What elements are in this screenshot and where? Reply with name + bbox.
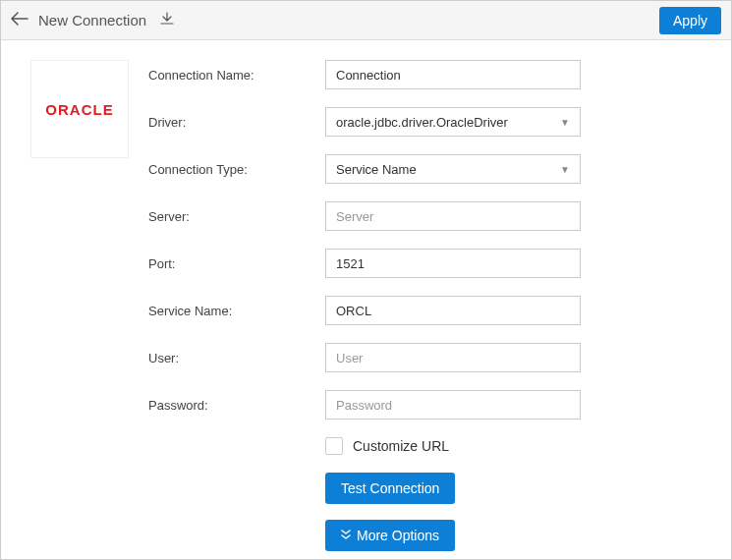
label-driver: Driver: bbox=[148, 115, 325, 130]
checkbox-customize-url[interactable] bbox=[325, 437, 343, 455]
label-password: Password: bbox=[148, 398, 325, 413]
apply-button[interactable]: Apply bbox=[659, 7, 721, 34]
more-options-button[interactable]: More Options bbox=[325, 520, 455, 551]
row-server: Server: bbox=[148, 201, 702, 231]
connection-logo: ORACLE bbox=[30, 60, 129, 158]
chevron-down-icon: ▼ bbox=[560, 117, 570, 128]
header-left: New Connection bbox=[11, 10, 178, 30]
label-server: Server: bbox=[148, 209, 325, 224]
page-title: New Connection bbox=[38, 12, 146, 28]
row-password: Password: bbox=[148, 390, 702, 420]
import-icon[interactable] bbox=[156, 10, 178, 30]
input-connection-name[interactable] bbox=[325, 60, 581, 89]
row-port: Port: bbox=[148, 249, 702, 278]
input-password[interactable] bbox=[325, 390, 581, 420]
page-header: New Connection Apply bbox=[1, 1, 731, 40]
label-connection-name: Connection Name: bbox=[148, 68, 325, 83]
row-connection-type: Connection Type: Service Name ▼ bbox=[148, 154, 702, 184]
test-connection-button[interactable]: Test Connection bbox=[325, 473, 455, 504]
input-server[interactable] bbox=[325, 201, 581, 231]
select-connection-type[interactable]: Service Name ▼ bbox=[325, 154, 581, 184]
row-driver: Driver: oracle.jdbc.driver.OracleDriver … bbox=[148, 107, 702, 137]
oracle-logo-text: ORACLE bbox=[45, 101, 113, 118]
label-port: Port: bbox=[148, 256, 325, 271]
row-connection-name: Connection Name: bbox=[148, 60, 702, 89]
row-more-options: More Options bbox=[325, 520, 702, 551]
select-driver-value: oracle.jdbc.driver.OracleDriver bbox=[336, 115, 508, 130]
connection-form: Connection Name: Driver: oracle.jdbc.dri… bbox=[148, 60, 702, 560]
label-connection-type: Connection Type: bbox=[148, 162, 325, 177]
row-test-connection: Test Connection bbox=[325, 473, 702, 504]
select-connection-type-value: Service Name bbox=[336, 162, 417, 177]
input-port[interactable] bbox=[325, 249, 581, 278]
label-customize-url: Customize URL bbox=[353, 438, 449, 454]
row-customize-url: Customize URL bbox=[325, 437, 702, 455]
expand-down-icon bbox=[341, 529, 351, 542]
more-options-label: More Options bbox=[357, 528, 439, 543]
select-driver[interactable]: oracle.jdbc.driver.OracleDriver ▼ bbox=[325, 107, 581, 137]
input-user[interactable] bbox=[325, 343, 581, 372]
label-user: User: bbox=[148, 351, 325, 365]
label-service-name: Service Name: bbox=[148, 304, 325, 318]
content-area: ORACLE Connection Name: Driver: oracle.j… bbox=[1, 40, 731, 560]
chevron-down-icon: ▼ bbox=[560, 164, 570, 175]
input-service-name[interactable] bbox=[325, 296, 581, 325]
row-service-name: Service Name: bbox=[148, 296, 702, 325]
back-arrow-icon[interactable] bbox=[11, 10, 28, 30]
row-user: User: bbox=[148, 343, 702, 372]
